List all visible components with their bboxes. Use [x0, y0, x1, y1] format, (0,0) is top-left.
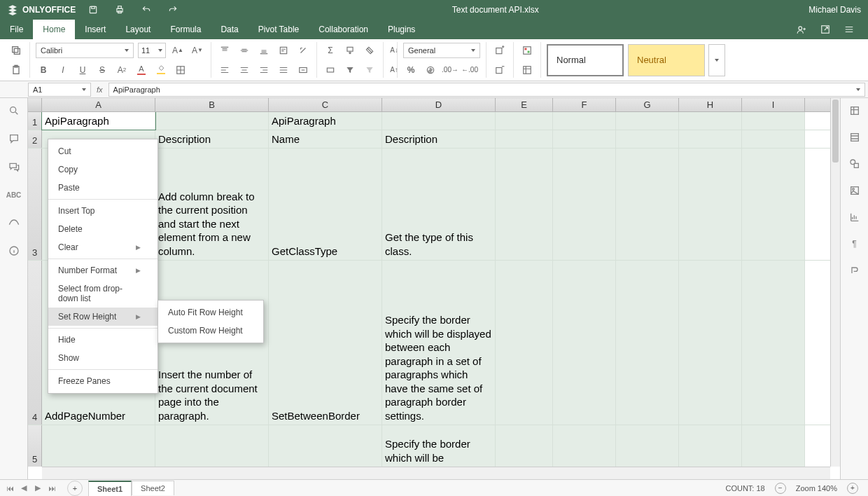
- row-header[interactable]: 3: [28, 149, 42, 260]
- cell[interactable]: [679, 112, 742, 130]
- cell[interactable]: Description: [155, 130, 269, 148]
- col-header-A[interactable]: A: [42, 98, 155, 111]
- filter-icon[interactable]: [342, 62, 358, 78]
- menu-item[interactable]: Paste: [48, 179, 158, 197]
- cell[interactable]: [742, 149, 805, 260]
- tab-collab[interactable]: Collaboration: [309, 20, 378, 39]
- number-format-select[interactable]: General: [403, 43, 480, 58]
- col-header-I[interactable]: I: [742, 98, 805, 111]
- cell-settings-icon[interactable]: [846, 102, 863, 119]
- cell[interactable]: [155, 112, 269, 130]
- cell[interactable]: [553, 261, 616, 425]
- table-settings-icon[interactable]: [846, 129, 863, 146]
- tab-formula[interactable]: Formula: [160, 20, 211, 39]
- cell[interactable]: Specify the border which will be: [382, 425, 496, 467]
- save-icon[interactable]: [84, 4, 102, 16]
- menu-item[interactable]: Show: [48, 349, 158, 367]
- tab-pivot[interactable]: Pivot Table: [248, 20, 309, 39]
- cell[interactable]: [679, 261, 742, 425]
- row-context-menu[interactable]: CutCopyPasteInsert TopDeleteClear▶Number…: [48, 139, 158, 394]
- cell[interactable]: Description: [382, 130, 496, 148]
- borders-button[interactable]: [173, 62, 188, 78]
- cell[interactable]: [679, 130, 742, 148]
- feedback-icon[interactable]: [6, 214, 22, 231]
- zoom-out-button[interactable]: −: [775, 483, 786, 494]
- chat-icon[interactable]: [6, 158, 22, 175]
- cell-style-neutral[interactable]: Neutral: [628, 44, 705, 76]
- print-icon[interactable]: [111, 4, 129, 16]
- align-left-icon[interactable]: [217, 62, 232, 78]
- user-name[interactable]: Michael Davis: [808, 5, 861, 15]
- cell[interactable]: [155, 425, 269, 467]
- insert-cells-icon[interactable]: [492, 43, 507, 58]
- col-header-F[interactable]: F: [553, 98, 616, 111]
- cell[interactable]: [742, 425, 805, 467]
- col-header-G[interactable]: G: [616, 98, 679, 111]
- col-header-H[interactable]: H: [679, 98, 742, 111]
- redo-icon[interactable]: [164, 4, 182, 16]
- cond-format-icon[interactable]: [519, 43, 535, 58]
- comments-icon[interactable]: [6, 130, 22, 147]
- spellcheck-icon[interactable]: ABC: [6, 186, 22, 203]
- row-header[interactable]: 4: [28, 261, 42, 425]
- menu-item[interactable]: Freeze Panes: [48, 372, 158, 390]
- sheet-first-icon[interactable]: ⏮: [4, 483, 15, 494]
- horizontal-scrollbar[interactable]: [42, 467, 830, 479]
- cell[interactable]: [742, 130, 805, 148]
- align-middle-icon[interactable]: [237, 43, 252, 58]
- info-icon[interactable]: [6, 242, 22, 259]
- cell[interactable]: SetBetweenBorder: [269, 261, 382, 425]
- strike-button[interactable]: S: [94, 62, 110, 78]
- cell[interactable]: Name: [269, 130, 382, 148]
- cell[interactable]: [42, 425, 155, 467]
- clear-format-icon[interactable]: [362, 43, 377, 58]
- inc-decimal-icon[interactable]: ←.00: [462, 62, 477, 78]
- cell-style-dropdown[interactable]: [708, 44, 725, 76]
- percent-icon[interactable]: %: [403, 62, 419, 78]
- sheet-next-icon[interactable]: ▶: [32, 483, 43, 494]
- delete-cells-icon[interactable]: [492, 62, 507, 78]
- orientation-icon[interactable]: [295, 43, 311, 58]
- cell[interactable]: [742, 112, 805, 130]
- italic-button[interactable]: I: [55, 62, 71, 78]
- cell[interactable]: [553, 425, 616, 467]
- tab-file[interactable]: File: [0, 20, 33, 39]
- add-sheet-button[interactable]: +: [67, 481, 83, 496]
- paste-icon[interactable]: [8, 62, 24, 78]
- menu-item[interactable]: Set Row Height▶: [48, 308, 158, 326]
- formula-input[interactable]: ApiParagraph: [108, 83, 865, 97]
- menu-item[interactable]: Custom Row Height: [158, 322, 263, 340]
- cell[interactable]: [496, 261, 553, 425]
- font-size-select[interactable]: 11: [138, 43, 166, 58]
- justify-icon[interactable]: [276, 62, 291, 78]
- cell[interactable]: [496, 130, 553, 148]
- cell[interactable]: [616, 425, 679, 467]
- sheet-last-icon[interactable]: ⏭: [46, 483, 57, 494]
- cell[interactable]: ApiParagraph: [269, 112, 382, 130]
- image-settings-icon[interactable]: [846, 182, 863, 199]
- paragraph-settings-icon[interactable]: ¶: [846, 235, 863, 252]
- tab-plugins[interactable]: Plugins: [378, 20, 425, 39]
- fill-down-icon[interactable]: [342, 43, 358, 58]
- cell[interactable]: ApiParagraph: [42, 112, 155, 130]
- font-color-button[interactable]: A: [134, 62, 149, 78]
- row-header[interactable]: 2: [28, 130, 42, 148]
- menu-item[interactable]: Cut: [48, 142, 158, 160]
- row-header[interactable]: 1: [28, 112, 42, 130]
- hamburger-icon[interactable]: [840, 23, 858, 36]
- menu-item[interactable]: Hide: [48, 331, 158, 349]
- fill-color-button[interactable]: [153, 62, 169, 78]
- col-header-C[interactable]: C: [269, 98, 382, 111]
- cell[interactable]: Specify the border which will be display…: [382, 261, 496, 425]
- underline-button[interactable]: U: [75, 62, 90, 78]
- share-icon[interactable]: [792, 23, 811, 36]
- menu-item[interactable]: Clear▶: [48, 238, 158, 256]
- name-box[interactable]: A1: [28, 83, 91, 97]
- copy-icon[interactable]: [8, 43, 24, 58]
- cell[interactable]: Get the type of this class.: [382, 149, 496, 260]
- cell[interactable]: [679, 149, 742, 260]
- align-center-icon[interactable]: [237, 62, 252, 78]
- menu-item[interactable]: Select from drop-down list: [48, 280, 158, 308]
- menu-item[interactable]: Delete: [48, 220, 158, 238]
- cell[interactable]: [553, 112, 616, 130]
